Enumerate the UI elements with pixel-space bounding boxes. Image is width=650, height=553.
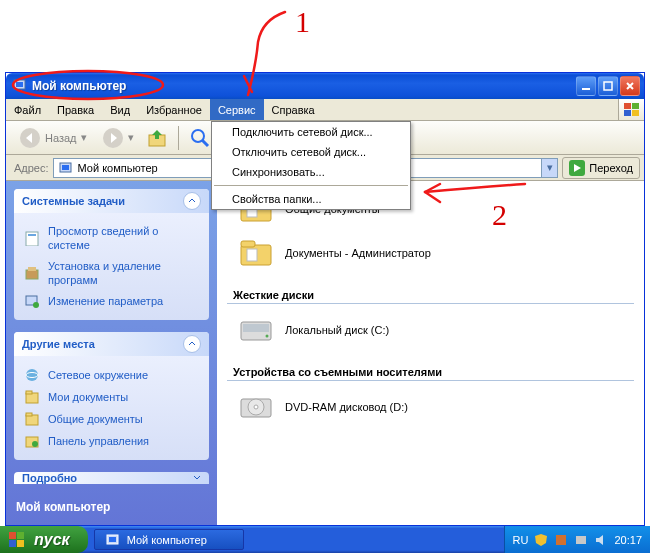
svg-rect-37 <box>247 249 257 261</box>
svg-rect-5 <box>604 82 612 90</box>
svg-rect-7 <box>632 103 639 109</box>
taskbar: пуск Мой компьютер RU 20:17 <box>0 526 650 553</box>
svg-rect-16 <box>62 165 69 170</box>
svg-rect-27 <box>26 391 32 394</box>
group-hdd: Жесткие диски <box>227 279 634 304</box>
dropdown-unmap-drive[interactable]: Отключить сетевой диск... <box>212 142 410 162</box>
svg-point-43 <box>254 405 258 409</box>
volume-icon <box>594 533 608 547</box>
svg-rect-45 <box>17 532 24 539</box>
titlebar[interactable]: Мой компьютер <box>6 73 644 99</box>
dropdown-sync[interactable]: Синхронизовать... <box>212 162 410 182</box>
svg-rect-39 <box>243 324 269 332</box>
svg-rect-2 <box>16 82 23 87</box>
dropdown-separator <box>214 185 408 186</box>
windows-flag-icon <box>8 531 26 549</box>
up-button[interactable] <box>142 123 172 153</box>
dropdown-folder-options[interactable]: Свойства папки... <box>212 189 410 209</box>
task-system-info[interactable]: Просмотр сведений о системе <box>24 221 199 256</box>
menu-help[interactable]: Справка <box>264 99 323 120</box>
chevron-down-icon: ▾ <box>81 131 87 144</box>
menu-service[interactable]: Сервис <box>210 99 264 120</box>
menu-edit[interactable]: Правка <box>49 99 102 120</box>
svg-rect-46 <box>9 540 16 547</box>
system-tasks-header[interactable]: Системные задачи <box>14 189 209 213</box>
computer-icon <box>58 160 74 176</box>
system-tasks-panel: Системные задачи Просмотр сведений о сис… <box>14 189 209 320</box>
svg-point-31 <box>32 441 38 447</box>
svg-rect-21 <box>28 267 36 271</box>
drive-d[interactable]: DVD-RAM дисковод (D:) <box>221 385 640 429</box>
svg-rect-49 <box>109 537 116 542</box>
tray-icon <box>554 533 568 547</box>
svg-rect-6 <box>624 103 631 109</box>
svg-rect-19 <box>28 234 36 236</box>
place-network[interactable]: Сетевое окружение <box>24 364 199 386</box>
place-my-docs[interactable]: Мои документы <box>24 386 199 408</box>
svg-rect-3 <box>17 90 22 91</box>
other-places-header[interactable]: Другие места <box>14 332 209 356</box>
group-removable: Устройства со съемными носителями <box>227 356 634 381</box>
clock[interactable]: 20:17 <box>614 534 642 546</box>
folder-admin-docs[interactable]: Документы - Администратор <box>221 231 640 275</box>
minimize-button[interactable] <box>576 76 596 96</box>
forward-button[interactable]: ▾ <box>98 123 138 153</box>
place-control-panel[interactable]: Панель управления <box>24 430 199 452</box>
drive-c[interactable]: Локальный диск (C:) <box>221 308 640 352</box>
svg-rect-50 <box>556 535 566 545</box>
svg-line-14 <box>202 140 208 146</box>
window-title: Мой компьютер <box>28 79 576 93</box>
address-dropdown[interactable]: ▾ <box>542 158 558 178</box>
main-content: Общие документы Документы - Администрато… <box>217 181 644 525</box>
svg-rect-44 <box>9 532 16 539</box>
svg-rect-36 <box>241 241 255 247</box>
explorer-window: Мой компьютер Файл Правка Вид Избранное … <box>5 72 645 526</box>
sidebar: Системные задачи Просмотр сведений о сис… <box>6 181 217 525</box>
folder-icon <box>239 237 275 269</box>
place-shared-docs[interactable]: Общие документы <box>24 408 199 430</box>
system-tray[interactable]: RU 20:17 <box>504 526 650 553</box>
svg-rect-29 <box>26 413 32 416</box>
task-add-remove[interactable]: Установка и удаление программ <box>24 256 199 291</box>
lang-indicator[interactable]: RU <box>513 534 529 546</box>
menubar: Файл Правка Вид Избранное Сервис Справка… <box>6 99 644 121</box>
expand-icon <box>193 472 201 484</box>
svg-rect-20 <box>26 270 38 279</box>
dvd-icon <box>239 391 275 423</box>
back-button[interactable]: Назад ▾ <box>12 123 94 153</box>
svg-rect-51 <box>576 536 586 544</box>
menu-view[interactable]: Вид <box>102 99 138 120</box>
svg-point-24 <box>26 369 38 381</box>
address-label: Адрес: <box>10 162 53 174</box>
close-button[interactable] <box>620 76 640 96</box>
details-header[interactable]: Подробно <box>14 472 209 484</box>
chevron-down-icon: ▾ <box>128 131 134 144</box>
collapse-icon <box>183 335 201 353</box>
menu-file[interactable]: Файл <box>6 99 49 120</box>
svg-point-40 <box>266 335 269 338</box>
go-button[interactable]: Переход <box>562 157 640 179</box>
task-change-setting[interactable]: Изменение параметра <box>24 290 199 312</box>
annotation-number-1: 1 <box>295 5 310 39</box>
computer-icon <box>105 532 121 548</box>
taskbar-item-explorer[interactable]: Мой компьютер <box>94 529 244 550</box>
service-dropdown: Подключить сетевой диск... Отключить сет… <box>211 121 411 210</box>
computer-icon <box>12 77 28 96</box>
shield-icon <box>534 533 548 547</box>
svg-rect-4 <box>582 88 590 90</box>
dropdown-map-drive[interactable]: Подключить сетевой диск... <box>212 122 410 142</box>
start-button[interactable]: пуск <box>0 526 88 553</box>
svg-rect-47 <box>17 540 24 547</box>
svg-point-23 <box>33 302 39 308</box>
menu-favorites[interactable]: Избранное <box>138 99 210 120</box>
svg-rect-9 <box>632 110 639 116</box>
svg-rect-8 <box>624 110 631 116</box>
maximize-button[interactable] <box>598 76 618 96</box>
sidebar-footer-title: Мой компьютер <box>14 496 209 518</box>
tray-icon <box>574 533 588 547</box>
collapse-icon <box>183 192 201 210</box>
other-places-panel: Другие места Сетевое окружение Мои докум… <box>14 332 209 460</box>
windows-flag-icon <box>618 99 644 120</box>
hdd-icon <box>239 314 275 346</box>
